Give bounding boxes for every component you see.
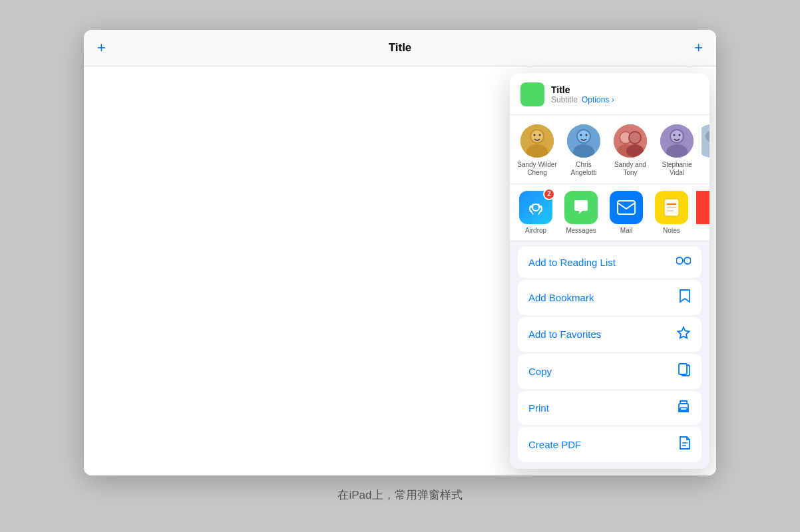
messages-icon xyxy=(564,191,598,224)
top-bar: + Title + xyxy=(84,30,716,66)
app-name: Mail xyxy=(620,227,632,234)
avatar xyxy=(660,124,694,158)
contact-item[interactable]: Sandy WilderCheng xyxy=(515,124,559,177)
share-options-link[interactable]: Options › xyxy=(582,95,614,104)
svg-rect-38 xyxy=(680,408,687,412)
apps-row: 2 Airdrop Messages xyxy=(510,184,709,241)
app-name: Messages xyxy=(566,227,596,234)
svg-rect-36 xyxy=(679,364,687,374)
reading-list-icon xyxy=(676,255,691,269)
svg-point-11 xyxy=(586,134,588,136)
share-sheet: Title Subtitle Options › xyxy=(510,73,709,469)
app-name: Notes xyxy=(663,227,680,234)
page-caption: 在iPad上，常用弹窗样式 xyxy=(337,487,462,503)
avatar xyxy=(701,124,709,158)
add-bookmark-button[interactable]: Add Bookmark xyxy=(518,280,701,315)
share-subtitle: Subtitle xyxy=(551,95,578,104)
app-item-messages[interactable]: Messages xyxy=(560,191,602,234)
svg-point-33 xyxy=(676,257,683,264)
action-label: Print xyxy=(528,402,549,414)
app-item-airdrop[interactable]: 2 Airdrop xyxy=(515,191,556,234)
app-name: Airdrop xyxy=(525,227,546,234)
share-subtitle-row: Subtitle Options › xyxy=(551,95,699,104)
svg-point-24 xyxy=(679,134,681,136)
app-item-notes[interactable]: Notes xyxy=(651,191,692,234)
contact-item[interactable]: ChrisAngelotti xyxy=(562,124,606,177)
svg-point-18 xyxy=(626,144,644,158)
contact-name: Sandy WilderCheng xyxy=(517,161,556,177)
svg-point-23 xyxy=(674,134,676,136)
svg-rect-28 xyxy=(618,201,635,214)
add-left-button[interactable]: + xyxy=(97,41,106,55)
contact-item[interactable] xyxy=(701,124,709,177)
create-pdf-button[interactable]: Create PDF xyxy=(518,427,701,462)
airdrop-badge: 2 xyxy=(543,188,555,200)
add-right-button[interactable]: + xyxy=(694,41,703,55)
print-button[interactable]: Print xyxy=(518,391,701,425)
contact-name: Sandy andTony xyxy=(614,161,646,177)
page-title: Title xyxy=(389,41,412,55)
action-list: Add to Reading List Add Bookmark xyxy=(510,241,709,469)
ipad-window: + Title + Title Subtitle Options › xyxy=(84,30,716,475)
copy-button[interactable]: Copy xyxy=(518,354,701,389)
action-label: Add to Reading List xyxy=(528,257,616,268)
partial-app-icon xyxy=(696,191,709,224)
airdrop-icon: 2 xyxy=(519,191,552,224)
favorites-icon xyxy=(676,326,691,343)
action-label: Add to Favorites xyxy=(528,329,601,340)
app-item-partial[interactable] xyxy=(696,191,709,234)
svg-point-34 xyxy=(684,257,691,264)
action-label: Copy xyxy=(528,366,552,377)
share-title: Title xyxy=(551,84,699,95)
contact-name: StephanieVidal xyxy=(662,161,692,177)
bookmark-icon xyxy=(679,289,691,307)
contact-name: ChrisAngelotti xyxy=(571,161,597,177)
avatar xyxy=(567,124,600,158)
svg-point-16 xyxy=(630,132,640,143)
share-header-text: Title Subtitle Options › xyxy=(551,84,699,104)
share-app-icon xyxy=(520,82,544,106)
copy-icon xyxy=(678,362,691,380)
contact-item[interactable]: StephanieVidal xyxy=(655,124,699,177)
mail-icon xyxy=(610,191,643,224)
add-favorites-button[interactable]: Add to Favorites xyxy=(518,317,701,352)
avatar xyxy=(520,124,554,158)
print-icon xyxy=(676,400,691,416)
action-label: Add Bookmark xyxy=(528,292,594,303)
avatar xyxy=(614,124,647,158)
svg-point-27 xyxy=(532,204,539,211)
app-item-mail[interactable]: Mail xyxy=(606,191,647,234)
action-label: Create PDF xyxy=(528,439,581,450)
pdf-icon xyxy=(679,436,691,454)
svg-point-4 xyxy=(534,134,536,136)
notes-icon xyxy=(655,191,688,224)
contact-item[interactable]: Sandy andTony xyxy=(608,124,652,177)
share-header: Title Subtitle Options › xyxy=(510,73,709,115)
svg-point-5 xyxy=(539,134,541,136)
main-content: Title Subtitle Options › xyxy=(84,66,716,475)
svg-point-10 xyxy=(580,134,582,136)
add-reading-list-button[interactable]: Add to Reading List xyxy=(518,247,701,278)
contacts-row: Sandy WilderCheng xyxy=(510,115,709,184)
